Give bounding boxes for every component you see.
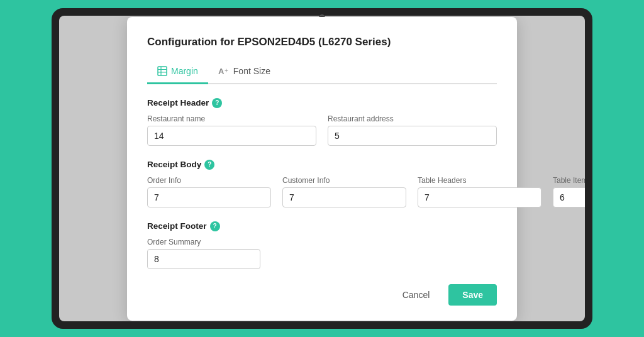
modal-dialog: Configuration for EPSON2ED4D5 (L6270 Ser… [127, 17, 517, 321]
table-headers-input[interactable] [418, 187, 541, 207]
receipt-header-section: Receipt Header ? Restaurant name Restaur… [147, 98, 497, 146]
restaurant-address-input[interactable] [328, 126, 497, 146]
table-headers-group: Table Headers [418, 176, 541, 207]
table-items-group: Table Items [553, 176, 585, 207]
save-button[interactable]: Save [448, 284, 497, 306]
restaurant-address-label: Restaurant address [328, 114, 497, 123]
customer-info-label: Customer Info [282, 176, 406, 185]
order-info-label: Order Info [147, 176, 271, 185]
receipt-body-section: Receipt Body ? Order Info Customer Info … [147, 160, 497, 207]
restaurant-name-group: Restaurant name [147, 114, 316, 146]
restaurant-name-label: Restaurant name [147, 114, 316, 123]
restaurant-name-input[interactable] [147, 126, 316, 146]
order-summary-input[interactable] [147, 249, 260, 269]
modal-title: Configuration for EPSON2ED4D5 (L6270 Ser… [147, 36, 497, 48]
tab-font-size-label: Font Size [233, 66, 270, 76]
receipt-header-fields: Restaurant name Restaurant address [147, 114, 497, 146]
customer-info-group: Customer Info [282, 176, 406, 207]
receipt-header-label: Receipt Header ? [147, 98, 497, 108]
restaurant-address-group: Restaurant address [328, 114, 497, 146]
order-info-group: Order Info [147, 176, 271, 207]
receipt-header-help-icon[interactable]: ? [212, 98, 222, 108]
table-headers-label: Table Headers [418, 176, 541, 185]
tab-margin[interactable]: Margin [147, 61, 208, 84]
customer-info-input[interactable] [282, 187, 406, 207]
laptop-shell: Configuration for EPSON2ED4D5 (L6270 Ser… [52, 8, 592, 329]
modal-footer: Cancel Save [147, 284, 497, 306]
svg-text:A: A [218, 67, 225, 76]
table-items-input[interactable] [553, 187, 585, 207]
receipt-footer-section: Receipt Footer ? Order Summary [147, 221, 497, 269]
receipt-body-fields: Order Info Customer Info Table Headers T… [147, 176, 497, 207]
table-items-label: Table Items [553, 176, 585, 185]
svg-text:+: + [225, 67, 228, 74]
order-summary-group: Order Summary [147, 238, 260, 269]
font-icon: A + [218, 66, 230, 76]
tab-margin-label: Margin [171, 66, 198, 76]
receipt-footer-fields: Order Summary [147, 238, 497, 269]
svg-rect-0 [158, 67, 167, 75]
laptop-screen: Configuration for EPSON2ED4D5 (L6270 Ser… [59, 16, 585, 321]
table-icon [157, 66, 167, 76]
order-info-input[interactable] [147, 187, 271, 207]
receipt-body-label: Receipt Body ? [147, 160, 497, 170]
receipt-body-help-icon[interactable]: ? [204, 160, 214, 170]
order-summary-label: Order Summary [147, 238, 260, 246]
cancel-button[interactable]: Cancel [391, 284, 441, 306]
tabs-container: Margin A + Font Size [147, 61, 497, 84]
tab-font-size[interactable]: A + Font Size [208, 61, 280, 84]
receipt-footer-help-icon[interactable]: ? [210, 221, 220, 231]
receipt-footer-label: Receipt Footer ? [147, 221, 497, 231]
